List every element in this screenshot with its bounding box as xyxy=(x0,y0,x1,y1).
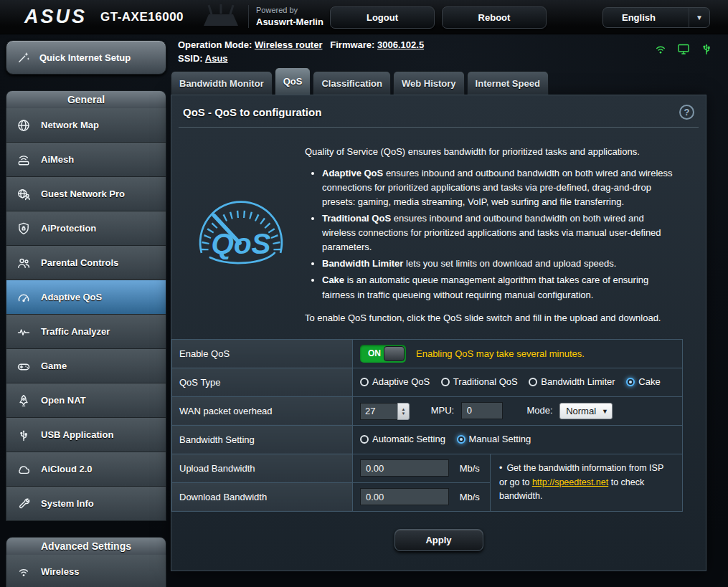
tab-bar: Bandwidth Monitor QoS Classification Web… xyxy=(171,67,706,95)
tab-internet-speed[interactable]: Internet Speed xyxy=(467,71,549,95)
usb-icon xyxy=(14,428,34,442)
ssid-link[interactable]: Asus xyxy=(205,53,228,64)
radio-bandwidth-limiter[interactable]: Bandwidth Limiter xyxy=(529,376,615,387)
sidebar-item-usb-application[interactable]: USB Application xyxy=(6,418,166,452)
sidebar-item-label: AiCloud 2.0 xyxy=(41,464,93,474)
download-bandwidth-label: Download Bandwidth xyxy=(172,482,353,511)
radio-cake[interactable]: Cake xyxy=(626,376,660,387)
row-bandwidth-setting: Bandwidth Setting Automatic Setting Manu… xyxy=(172,425,683,454)
mesh-router-icon xyxy=(14,153,34,167)
chevron-down-icon: ▼ xyxy=(602,408,608,415)
sidebar-item-game[interactable]: Game xyxy=(6,349,166,383)
wireless-signal-icon xyxy=(14,565,34,579)
chevron-down-icon: ▼ xyxy=(689,8,709,27)
firmware-brand-text: Asuswrt-Merlin xyxy=(256,16,323,28)
sidebar-item-system-info[interactable]: System Info xyxy=(6,487,166,521)
qos-settings-table: Enable QoS ON Enabling QoS may take seve… xyxy=(171,339,683,512)
status-icons xyxy=(653,42,714,56)
wan-overhead-input[interactable] xyxy=(360,403,397,420)
help-icon[interactable]: ? xyxy=(679,105,694,120)
sidebar-item-label: AiProtection xyxy=(41,223,96,234)
isp-bandwidth-note: •Get the bandwidth information from ISP … xyxy=(491,454,683,511)
quick-internet-setup-label: Quick Internet Setup xyxy=(39,52,131,63)
rocket-icon xyxy=(14,393,34,408)
qos-instruction-text: To enable QoS function, click the QoS sl… xyxy=(305,312,677,323)
guest-network-icon xyxy=(14,187,34,201)
main-content: Bandwidth Monitor QoS Classification Web… xyxy=(171,67,706,571)
globe-icon xyxy=(14,118,34,133)
upload-unit: Mb/s xyxy=(460,463,480,474)
qos-intro-text: Quality of Service (QoS) ensures bandwid… xyxy=(305,145,677,159)
mpu-label: MPU: xyxy=(431,405,455,416)
shield-lock-icon xyxy=(14,221,34,236)
sidebar-item-label: Guest Network Pro xyxy=(41,188,125,199)
tab-qos[interactable]: QoS xyxy=(275,67,311,95)
usb-status-icon[interactable] xyxy=(699,42,714,56)
logout-button[interactable]: Logout xyxy=(330,6,435,29)
row-qos-type: QoS Type Adaptive QoS Traditional QoS Ba… xyxy=(172,368,683,396)
mode-select[interactable]: Normal ▼ xyxy=(559,403,613,419)
qos-logo: QoS xyxy=(185,185,297,271)
sidebar-item-label: Adaptive QoS xyxy=(41,292,102,302)
speedtest-link[interactable]: http://speedtest.net xyxy=(532,477,608,487)
download-unit: Mb/s xyxy=(460,492,480,502)
ssid-label: SSID: xyxy=(178,53,203,64)
radio-adaptive-qos[interactable]: Adaptive QoS xyxy=(360,376,430,387)
sidebar-item-network-map[interactable]: Network Map xyxy=(6,108,166,143)
sidebar-item-adaptive-qos[interactable]: Adaptive QoS xyxy=(6,280,166,315)
radio-manual-setting[interactable]: Manual Setting xyxy=(457,434,531,444)
radio-automatic-setting[interactable]: Automatic Setting xyxy=(360,434,445,444)
sidebar-item-aimesh[interactable]: AiMesh xyxy=(6,143,166,177)
row-upload-bandwidth: Upload Bandwidth Mb/s •Get the bandwidth… xyxy=(172,454,683,482)
mpu-input[interactable] xyxy=(461,402,503,419)
status-row: Operation Mode: Wireless router Firmware… xyxy=(178,38,424,65)
radio-traditional-qos[interactable]: Traditional QoS xyxy=(441,376,518,387)
sidebar-item-label: Parental Controls xyxy=(41,257,118,268)
sidebar-item-label: Traffic Analyzer xyxy=(41,326,110,337)
operation-mode-link[interactable]: Wireless router xyxy=(255,39,323,50)
language-select[interactable]: English ▼ xyxy=(602,7,710,28)
sidebar-header-advanced: Advanced Settings xyxy=(6,537,166,555)
sidebar-item-label: Game xyxy=(41,361,67,371)
enable-qos-toggle[interactable]: ON xyxy=(360,345,406,363)
bullet-glyph: • xyxy=(499,463,502,473)
firmware-version-link[interactable]: 3006.102.5 xyxy=(377,39,424,50)
wan-overhead-label: WAN packet overhead xyxy=(172,396,353,425)
radio-icon xyxy=(360,378,369,386)
upload-bandwidth-input[interactable] xyxy=(360,459,449,477)
number-stepper[interactable]: ▲▼ xyxy=(397,403,410,420)
router-admin-screen: ASUS GT-AXE16000 Powered by Asuswrt-Merl… xyxy=(0,0,728,587)
radio-icon-selected xyxy=(457,435,465,444)
powered-by-block: Powered by Asuswrt-Merlin xyxy=(248,5,323,28)
enable-qos-label: Enable QoS xyxy=(172,339,353,368)
sidebar-item-guest-network-pro[interactable]: Guest Network Pro xyxy=(6,177,166,211)
sidebar-item-label: USB Application xyxy=(41,429,113,440)
sidebar-item-aicloud[interactable]: AiCloud 2.0 xyxy=(6,452,166,487)
sidebar-item-parental-controls[interactable]: Parental Controls xyxy=(6,246,166,280)
apply-button[interactable]: Apply xyxy=(394,529,483,551)
wrench-icon xyxy=(14,497,34,511)
sidebar-item-traffic-analyzer[interactable]: Traffic Analyzer xyxy=(6,315,166,349)
tab-web-history[interactable]: Web History xyxy=(393,71,465,95)
page-title: QoS - QoS to configuration xyxy=(183,106,321,118)
row-wan-packet-overhead: WAN packet overhead ▲▼ MPU: Mode: Normal… xyxy=(172,396,683,425)
cloud-icon xyxy=(14,462,34,477)
svg-text:QoS: QoS xyxy=(212,227,271,260)
radio-icon xyxy=(441,378,450,386)
people-icon xyxy=(14,256,34,270)
bullet-cake: Cake is an automatic queue management al… xyxy=(322,273,677,302)
sidebar-item-aiprotection[interactable]: AiProtection xyxy=(6,211,166,246)
sidebar-item-label: Wireless xyxy=(41,566,79,577)
tab-bandwidth-monitor[interactable]: Bandwidth Monitor xyxy=(171,71,273,95)
sidebar-item-open-nat[interactable]: Open NAT xyxy=(6,383,166,418)
lan-status-icon[interactable] xyxy=(676,42,691,56)
download-bandwidth-input[interactable] xyxy=(360,488,449,505)
quick-internet-setup-button[interactable]: Quick Internet Setup xyxy=(6,40,166,75)
sidebar-item-label: Network Map xyxy=(41,120,99,130)
wifi-status-icon[interactable] xyxy=(653,42,668,56)
reboot-button[interactable]: Reboot xyxy=(442,6,547,29)
firmware-label: Firmware: xyxy=(330,39,374,50)
sidebar-header-general: General xyxy=(6,90,166,108)
tab-classification[interactable]: Classification xyxy=(313,71,391,95)
sidebar-item-wireless[interactable]: Wireless xyxy=(6,555,166,587)
